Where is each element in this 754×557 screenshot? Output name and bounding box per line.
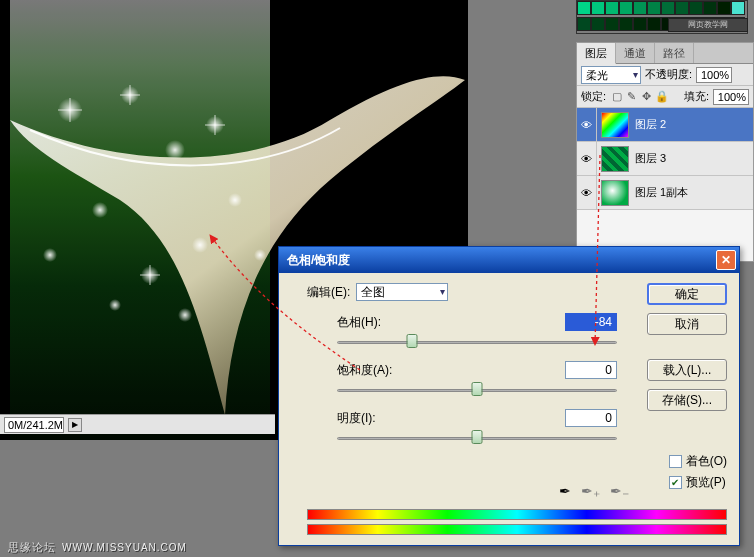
opacity-input[interactable]: 100% <box>696 67 732 83</box>
opacity-label: 不透明度: <box>645 67 692 82</box>
visibility-eye-icon[interactable]: 👁 <box>577 108 597 142</box>
layer-row[interactable]: 👁图层 3 <box>577 142 753 176</box>
swatch[interactable] <box>675 1 689 15</box>
lock-brush-icon[interactable]: ✎ <box>625 90 638 103</box>
swatch[interactable] <box>619 17 633 31</box>
checkbox-icon <box>669 455 682 468</box>
swatch[interactable] <box>619 1 633 15</box>
layer-thumbnail <box>601 146 629 172</box>
swatch[interactable] <box>577 1 591 15</box>
eyedropper-icon[interactable]: ✒ <box>559 483 571 499</box>
watermark-site-tag: 网页教学网 <box>668 18 748 32</box>
panel-tabs: 图层 通道 路径 <box>577 43 753 64</box>
dialog-title: 色相/饱和度 <box>287 252 350 269</box>
lightness-label: 明度(I): <box>337 410 565 427</box>
swatch[interactable] <box>577 17 591 31</box>
cancel-button[interactable]: 取消 <box>647 313 727 335</box>
eyedropper-sub-icon[interactable]: ✒₋ <box>610 483 629 499</box>
swatch[interactable] <box>731 1 745 15</box>
swatch[interactable] <box>591 1 605 15</box>
lock-all-icon[interactable]: 🔒 <box>655 90 668 103</box>
layer-row[interactable]: 👁图层 2 <box>577 108 753 142</box>
fill-input[interactable]: 100% <box>713 89 749 105</box>
footer-watermark: 思缘论坛WWW.MISSYUAN.COM <box>8 540 187 555</box>
lock-label: 锁定: <box>581 89 606 104</box>
svg-point-26 <box>192 237 208 253</box>
layer-row[interactable]: 👁图层 1副本 <box>577 176 753 210</box>
svg-point-30 <box>178 308 192 322</box>
status-bar: 0M/241.2M ▶ <box>0 414 275 434</box>
spectrum-bars <box>307 509 727 535</box>
preview-checkbox[interactable]: ✔ 预览(P) <box>669 474 727 491</box>
swatch[interactable] <box>591 17 605 31</box>
close-icon: ✕ <box>721 253 731 267</box>
edit-select[interactable]: 全图 <box>356 283 448 301</box>
swatch[interactable] <box>633 1 647 15</box>
tab-layers[interactable]: 图层 <box>577 43 616 64</box>
layers-list: 👁图层 2👁图层 3👁图层 1副本 <box>577 108 753 261</box>
close-button[interactable]: ✕ <box>716 250 736 270</box>
lightness-input[interactable]: 0 <box>565 409 617 427</box>
saturation-slider[interactable] <box>337 381 617 399</box>
swatch[interactable] <box>717 1 731 15</box>
edit-label: 编辑(E): <box>307 284 350 301</box>
layer-name: 图层 1副本 <box>633 185 688 200</box>
lock-icons[interactable]: ▢ ✎ ✥ 🔒 <box>610 90 668 103</box>
preview-label: 预览(P) <box>686 474 726 491</box>
svg-point-29 <box>254 249 266 261</box>
svg-point-31 <box>109 299 121 311</box>
checkbox-icon: ✔ <box>669 476 682 489</box>
tab-channels[interactable]: 通道 <box>616 43 655 63</box>
svg-point-27 <box>228 193 242 207</box>
blend-mode-select[interactable]: 柔光 <box>581 66 641 84</box>
lock-transparency-icon[interactable]: ▢ <box>610 90 623 103</box>
swatch[interactable] <box>689 1 703 15</box>
hue-saturation-dialog: 色相/饱和度 ✕ 编辑(E): 全图 色相(H): -84 饱和度(A): 0 <box>278 246 740 546</box>
saturation-label: 饱和度(A): <box>337 362 565 379</box>
zoom-field[interactable]: 0M/241.2M <box>4 417 64 433</box>
hue-slider[interactable] <box>337 333 617 351</box>
eyedropper-tools[interactable]: ✒ ✒₊ ✒₋ <box>559 483 629 499</box>
svg-point-23 <box>92 202 108 218</box>
swatch[interactable] <box>605 1 619 15</box>
visibility-eye-icon[interactable]: 👁 <box>577 142 597 176</box>
lightness-slider[interactable] <box>337 429 617 447</box>
layers-panel: 图层 通道 路径 柔光 不透明度: 100% 锁定: ▢ ✎ ✥ 🔒 填充: 1… <box>576 42 754 262</box>
layer-name: 图层 3 <box>633 151 666 166</box>
layer-name: 图层 2 <box>633 117 666 132</box>
save-button[interactable]: 存储(S)... <box>647 389 727 411</box>
layer-thumbnail <box>601 180 629 206</box>
hue-label: 色相(H): <box>337 314 565 331</box>
saturation-input[interactable]: 0 <box>565 361 617 379</box>
svg-point-24 <box>43 248 57 262</box>
colorize-checkbox[interactable]: 着色(O) <box>669 453 727 470</box>
swatch[interactable] <box>647 17 661 31</box>
tab-paths[interactable]: 路径 <box>655 43 694 63</box>
dialog-titlebar[interactable]: 色相/饱和度 ✕ <box>279 247 739 273</box>
svg-point-22 <box>165 140 185 160</box>
colorize-label: 着色(O) <box>686 453 727 470</box>
hue-input[interactable]: -84 <box>565 313 617 331</box>
eyedropper-add-icon[interactable]: ✒₊ <box>581 483 600 499</box>
swatch[interactable] <box>633 17 647 31</box>
fill-label: 填充: <box>684 89 709 104</box>
swatch[interactable] <box>647 1 661 15</box>
swatch[interactable] <box>703 1 717 15</box>
layer-thumbnail <box>601 112 629 138</box>
swatch[interactable] <box>605 17 619 31</box>
ok-button[interactable]: 确定 <box>647 283 727 305</box>
status-play-icon[interactable]: ▶ <box>68 418 82 432</box>
swatch[interactable] <box>661 1 675 15</box>
load-button[interactable]: 载入(L)... <box>647 359 727 381</box>
lock-move-icon[interactable]: ✥ <box>640 90 653 103</box>
visibility-eye-icon[interactable]: 👁 <box>577 176 597 210</box>
